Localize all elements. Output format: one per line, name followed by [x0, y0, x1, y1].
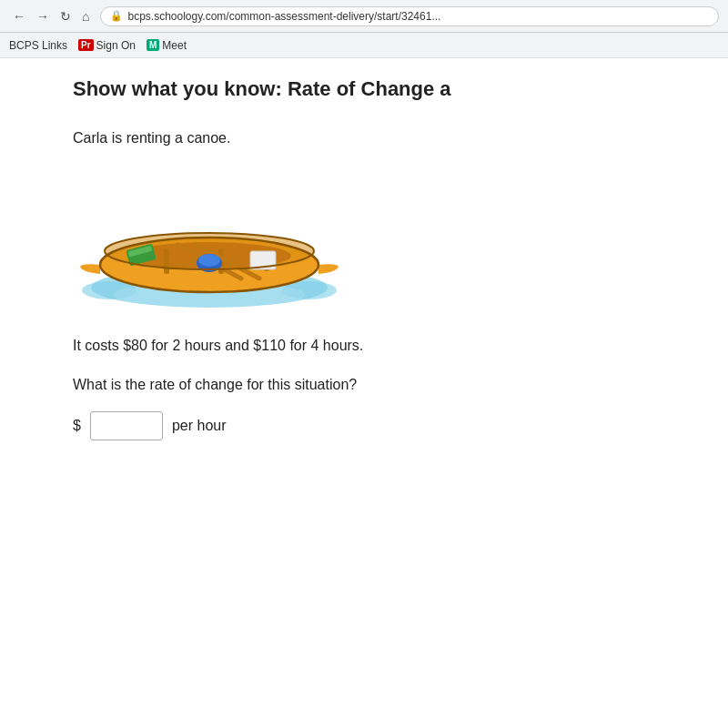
- bookmarks-bar: BCPS Links Pr Sign On M Meet: [0, 33, 728, 58]
- page-content: Show what you know: Rate of Change a Car…: [0, 58, 728, 728]
- pr-icon: Pr: [78, 39, 94, 51]
- back-button[interactable]: ←: [9, 7, 29, 25]
- canoe-svg: [73, 165, 346, 310]
- bookmark-signon[interactable]: Pr Sign On: [78, 39, 136, 52]
- signon-label: Sign On: [96, 39, 136, 52]
- url-text: bcps.schoology.com/common-assessment-del…: [127, 10, 440, 23]
- rate-question: What is the rate of change for this situ…: [73, 377, 655, 393]
- page-title: Show what you know: Rate of Change a: [73, 76, 655, 103]
- answer-row: $ per hour: [73, 411, 655, 440]
- address-bar[interactable]: 🔒 bcps.schoology.com/common-assessment-d…: [100, 6, 719, 26]
- nav-arrows: ← → ↻ ⌂: [9, 7, 93, 25]
- meet-icon: M: [147, 39, 159, 51]
- question-intro: Carla is renting a canoe.: [73, 130, 655, 147]
- per-hour-label: per hour: [172, 418, 227, 434]
- forward-button[interactable]: →: [33, 7, 53, 25]
- bcps-label: BCPS Links: [9, 39, 67, 52]
- svg-point-5: [259, 288, 305, 302]
- lock-icon: 🔒: [110, 10, 123, 22]
- svg-rect-11: [164, 248, 169, 274]
- svg-point-3: [114, 288, 159, 302]
- bookmark-bcps[interactable]: BCPS Links: [9, 39, 67, 52]
- bookmark-meet[interactable]: M Meet: [147, 39, 187, 52]
- reload-button[interactable]: ↻: [56, 7, 75, 25]
- answer-input[interactable]: [90, 411, 163, 440]
- home-button[interactable]: ⌂: [78, 7, 93, 25]
- cost-text: It costs $80 for 2 hours and $110 for 4 …: [73, 338, 655, 354]
- meet-label: Meet: [162, 39, 187, 52]
- svg-point-17: [198, 254, 220, 267]
- canoe-illustration: [73, 165, 655, 310]
- browser-bar: ← → ↻ ⌂ 🔒 bcps.schoology.com/common-asse…: [0, 0, 728, 33]
- dollar-sign: $: [73, 418, 81, 434]
